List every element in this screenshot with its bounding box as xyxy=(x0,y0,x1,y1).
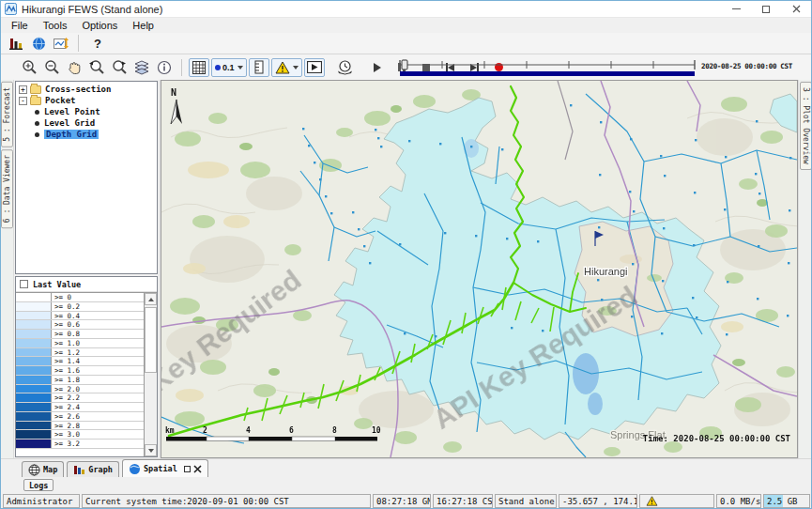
set-time-button[interactable] xyxy=(335,58,356,77)
menu-tools[interactable]: Tools xyxy=(36,20,75,31)
map-area: API Key Required API Key Required N km 2… xyxy=(161,80,798,458)
bullet-icon xyxy=(35,121,39,126)
graph-bars-icon xyxy=(73,464,85,475)
legend-swatch xyxy=(16,403,52,411)
maximize-icon xyxy=(762,6,770,13)
scroll-track[interactable] xyxy=(145,305,157,444)
info-button[interactable] xyxy=(154,58,175,77)
magnifier-plus-icon xyxy=(22,59,38,75)
layers-button[interactable] xyxy=(131,58,152,77)
map-canvas[interactable]: API Key Required API Key Required N km 2… xyxy=(161,81,797,457)
info-icon xyxy=(157,60,172,75)
contour-interval-dropdown[interactable]: 0.1 xyxy=(211,58,247,77)
tab-graph[interactable]: Graph xyxy=(67,461,119,477)
animation-toggle[interactable] xyxy=(304,58,325,77)
legend-swatch xyxy=(16,293,52,301)
tab-close-icon[interactable] xyxy=(193,465,202,473)
tree-label: Level Point xyxy=(44,107,100,116)
layers-panel: + Cross-section - Pocket Level Point Lev… xyxy=(14,80,159,458)
app-icon xyxy=(5,3,17,15)
folder-icon xyxy=(30,97,41,105)
play-button[interactable] xyxy=(368,59,387,76)
chevron-down-icon xyxy=(237,66,243,69)
map-display-button[interactable] xyxy=(28,34,49,53)
legend-row: >= 1.8 xyxy=(16,376,144,385)
expand-icon[interactable]: + xyxy=(19,85,27,94)
menu-file[interactable]: File xyxy=(4,20,36,31)
map-time-label: Time: 2020-08-25 00:00:00 CST xyxy=(643,434,791,443)
tree-item-pocket[interactable]: - Pocket xyxy=(18,95,157,106)
legend-scrollbar[interactable] xyxy=(145,293,157,456)
bullet-icon xyxy=(35,132,39,137)
status-system-time: Current system time:2020-09-01 00:00 CST xyxy=(82,494,371,508)
legend-row: >= 2.0 xyxy=(16,385,144,394)
tab-data-viewer[interactable]: 6 : Data Viewer xyxy=(1,149,13,228)
tree-label-selected: Depth Grid xyxy=(44,130,99,139)
scroll-up-button[interactable] xyxy=(145,293,157,305)
tab-plot-overview[interactable]: 3 : Plot Overview xyxy=(800,82,812,170)
collapse-icon[interactable]: - xyxy=(19,97,27,105)
legend-row: >= 2.8 xyxy=(16,422,144,431)
zoom-out-button[interactable] xyxy=(41,58,62,77)
last-value-checkbox[interactable] xyxy=(20,280,28,288)
legend-row: >= 0.8 xyxy=(16,330,144,339)
toolbar-separator xyxy=(181,59,182,76)
town-label: Hikurangi xyxy=(584,266,627,277)
timeseries-display-button[interactable] xyxy=(51,34,71,53)
maximize-button[interactable] xyxy=(751,1,781,17)
dot-icon xyxy=(215,65,221,70)
tab-map[interactable]: Map xyxy=(22,461,64,477)
tab-forecast[interactable]: 5 : Forecast xyxy=(1,82,13,147)
tab-maximize-icon[interactable] xyxy=(184,466,191,472)
legend-swatch xyxy=(16,393,52,402)
bars-icon xyxy=(9,37,23,50)
profile-chart-icon xyxy=(54,37,69,51)
scalebar-toggle[interactable] xyxy=(249,58,269,77)
tree-item-cross-section[interactable]: + Cross-section xyxy=(18,84,157,95)
minimize-button[interactable] xyxy=(721,1,751,17)
menu-options[interactable]: Options xyxy=(74,20,125,31)
layers-icon xyxy=(134,60,149,75)
thresholds-dropdown[interactable] xyxy=(271,58,302,77)
tab-label: Graph xyxy=(88,465,113,474)
scroll-thumb[interactable] xyxy=(145,307,157,373)
tree-label: Level Grid xyxy=(44,118,95,128)
layer-tree: + Cross-section - Pocket Level Point Lev… xyxy=(15,81,158,274)
status-memory: 2.5 GB xyxy=(763,494,810,508)
tree-label: Cross-section xyxy=(45,85,111,94)
timeline-slider[interactable] xyxy=(398,57,697,78)
database-display-button[interactable] xyxy=(6,34,26,53)
zoom-next-button[interactable] xyxy=(109,58,130,77)
status-warnings[interactable] xyxy=(639,494,714,508)
help-button[interactable]: ? xyxy=(94,37,101,51)
close-button[interactable] xyxy=(781,1,811,17)
zoom-in-button[interactable] xyxy=(19,58,39,77)
tree-item-depth-grid[interactable]: Depth Grid xyxy=(35,129,157,140)
last-value-row[interactable]: Last Value xyxy=(16,277,157,292)
legend-swatch xyxy=(16,376,52,384)
blue-globe-icon xyxy=(129,463,141,475)
tab-spatial[interactable]: Spatial xyxy=(122,459,208,477)
svg-text:2: 2 xyxy=(203,426,207,435)
zoom-previous-button[interactable] xyxy=(86,58,107,77)
toolbar-separator xyxy=(78,35,79,52)
legend-swatch xyxy=(16,366,52,375)
logs-button[interactable]: Logs xyxy=(23,479,54,491)
legend-swatch xyxy=(16,348,52,357)
scroll-down-button[interactable] xyxy=(145,444,157,456)
legend-swatch xyxy=(16,339,52,347)
menu-help[interactable]: Help xyxy=(125,20,161,31)
app-window: Hikurangi FEWS (Stand alone) File Tools … xyxy=(0,0,812,509)
legend-row: >= 0.4 xyxy=(16,312,144,321)
legend-row: >= 0 xyxy=(16,293,144,302)
tree-item-level-grid[interactable]: Level Grid xyxy=(35,117,157,129)
status-local-time: 16:27:18 CST xyxy=(433,494,493,508)
magnifier-next-icon xyxy=(111,59,128,75)
grid-display-toggle[interactable] xyxy=(189,58,209,77)
tree-item-level-point[interactable]: Level Point xyxy=(35,106,157,117)
pan-button[interactable] xyxy=(64,58,84,77)
timeline-datetime: 2020-08-25 00:00:00 CST xyxy=(701,62,792,70)
folder-icon xyxy=(30,85,41,94)
svg-text:10: 10 xyxy=(372,426,381,435)
left-tab-strip: 5 : Forecast 6 : Data Viewer xyxy=(1,80,14,458)
